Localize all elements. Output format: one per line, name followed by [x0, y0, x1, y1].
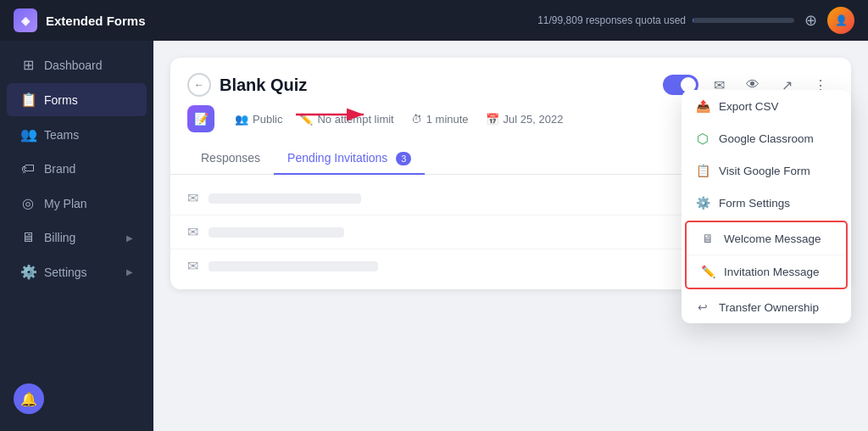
- sidebar-bottom: 🔔: [0, 373, 153, 424]
- chevron-right-icon: ▶: [126, 267, 133, 277]
- sidebar-item-label: My Plan: [44, 197, 87, 210]
- dropdown-item-invitation-message[interactable]: ✏️ Invitation Message: [687, 255, 846, 288]
- back-icon: ←: [194, 79, 204, 91]
- meta-attempt-text: No attempt limit: [317, 113, 393, 126]
- dropdown-item-label: Google Classroom: [719, 132, 814, 145]
- dropdown-item-label: Transfer Ownership: [719, 301, 819, 314]
- settings-icon: ⚙️: [20, 264, 36, 280]
- app-logo: ◈: [14, 8, 37, 32]
- email-row-icon: ✉: [187, 190, 198, 206]
- avatar-icon: 👤: [835, 14, 848, 26]
- blurred-email: [209, 193, 361, 204]
- sidebar-item-label: Teams: [44, 128, 79, 142]
- topbar-right: 11/99,809 responses quota used ⊕ 👤: [537, 7, 854, 34]
- calendar-icon: 📅: [486, 113, 499, 126]
- dropdown-item-form-settings[interactable]: ⚙️ Form Settings: [682, 187, 851, 219]
- page-title: Blank Quiz: [220, 76, 307, 95]
- tab-responses[interactable]: Responses: [187, 143, 274, 175]
- form-settings-icon: ⚙️: [695, 195, 710, 210]
- sidebar-item-forms[interactable]: 📋 Forms: [7, 83, 147, 116]
- my-plan-icon: ◎: [20, 195, 36, 211]
- sidebar-item-settings[interactable]: ⚙️ Settings ▶: [7, 255, 147, 288]
- google-classroom-icon: ⬡: [695, 131, 710, 146]
- dropdown-item-label: Welcome Message: [724, 232, 821, 245]
- visit-form-icon: 📋: [695, 163, 710, 178]
- sidebar-item-teams[interactable]: 👥 Teams: [7, 118, 147, 151]
- tab-responses-label: Responses: [201, 151, 260, 165]
- quota-bar: [693, 18, 794, 23]
- dropdown-item-label: Invitation Message: [724, 266, 820, 278]
- chevron-right-icon: ▶: [126, 233, 133, 243]
- sidebar-item-dashboard[interactable]: ⊞ Dashboard: [7, 48, 147, 81]
- sidebar-item-my-plan[interactable]: ◎ My Plan: [7, 187, 147, 220]
- sidebar-item-label: Dashboard: [44, 59, 103, 72]
- add-icon[interactable]: ⊕: [804, 11, 817, 30]
- topbar: ◈ Extended Forms 11/99,809 responses quo…: [0, 0, 868, 41]
- forms-icon: 📋: [20, 92, 36, 108]
- sidebar-item-label: Brand: [44, 162, 75, 176]
- email-row-icon: ✉: [187, 224, 198, 240]
- meta-time: ⏱ 1 minute: [411, 113, 469, 126]
- dropdown-item-label: Visit Google Form: [719, 165, 810, 177]
- main-layout: ⊞ Dashboard 📋 Forms 👥 Teams 🏷 Brand ◎ My…: [0, 41, 868, 431]
- blurred-email: [209, 227, 344, 238]
- sidebar-item-label: Forms: [44, 93, 78, 107]
- quota-text: 11/99,809 responses quota used: [537, 14, 686, 26]
- brand-icon: 🏷: [20, 161, 36, 176]
- clock-icon: ⏱: [411, 113, 422, 126]
- meta-visibility-text: Public: [253, 113, 282, 126]
- teams-icon: 👥: [20, 126, 36, 143]
- dashboard-icon: ⊞: [20, 57, 36, 73]
- meta-time-text: 1 minute: [426, 113, 469, 126]
- meta-attempt: ✏️ No attempt limit: [299, 113, 393, 126]
- tab-pending-invitations[interactable]: Pending Invitations 3: [274, 143, 425, 175]
- sidebar-item-brand[interactable]: 🏷 Brand: [7, 153, 147, 185]
- dropdown-item-visit-google-form[interactable]: 📋 Visit Google Form: [682, 154, 851, 187]
- welcome-message-icon: 🖥: [700, 231, 715, 246]
- back-button[interactable]: ←: [187, 73, 211, 97]
- transfer-icon: ↩: [695, 299, 710, 315]
- highlighted-group: 🖥 Welcome Message ✏️ Invitation Message: [685, 221, 848, 289]
- logo-icon: ◈: [21, 14, 30, 27]
- billing-icon: 🖥: [20, 230, 36, 245]
- meta-visibility: 👥 Public: [235, 113, 282, 126]
- meta-date: 📅 Jul 25, 2022: [486, 113, 564, 126]
- dropdown-item-google-classroom[interactable]: ⬡ Google Classroom: [682, 122, 851, 154]
- sidebar-item-label: Settings: [44, 266, 87, 279]
- quota-section: 11/99,809 responses quota used: [537, 14, 794, 26]
- blurred-email: [209, 261, 378, 271]
- form-icon-badge: 📝: [187, 105, 214, 132]
- pencil-icon: ✏️: [299, 113, 313, 126]
- card-title-row: ← Blank Quiz: [187, 73, 307, 97]
- dropdown-item-export-csv[interactable]: 📤 Export CSV: [682, 90, 851, 122]
- export-csv-icon: 📤: [695, 98, 710, 114]
- bell-icon: 🔔: [20, 391, 37, 407]
- sidebar-item-billing[interactable]: 🖥 Billing ▶: [7, 221, 147, 254]
- pending-badge: 3: [396, 152, 411, 165]
- invitation-message-icon: ✏️: [700, 264, 715, 279]
- app-name: Extended Forms: [46, 14, 146, 28]
- dropdown-item-label: Export CSV: [719, 100, 779, 113]
- notification-bell[interactable]: 🔔: [14, 383, 44, 414]
- user-avatar[interactable]: 👤: [827, 7, 854, 34]
- sidebar-item-label: Billing: [44, 231, 75, 244]
- main-content: ← Blank Quiz ✉ 👁 ↗ ⋮ 📝 👥 Public: [153, 41, 868, 431]
- meta-date-text: Jul 25, 2022: [504, 113, 564, 126]
- dropdown-item-label: Form Settings: [719, 197, 790, 210]
- email-row-icon: ✉: [187, 258, 198, 274]
- dropdown-item-transfer-ownership[interactable]: ↩ Transfer Ownership: [682, 291, 851, 323]
- quota-bar-fill: [693, 18, 693, 23]
- tab-pending-label: Pending Invitations: [287, 151, 387, 165]
- dropdown-item-welcome-message[interactable]: 🖥 Welcome Message: [687, 222, 846, 255]
- dropdown-menu: 📤 Export CSV ⬡ Google Classroom 📋 Visit …: [682, 90, 851, 323]
- topbar-left: ◈ Extended Forms: [14, 8, 146, 32]
- sidebar: ⊞ Dashboard 📋 Forms 👥 Teams 🏷 Brand ◎ My…: [0, 41, 153, 431]
- people-icon: 👥: [235, 113, 248, 126]
